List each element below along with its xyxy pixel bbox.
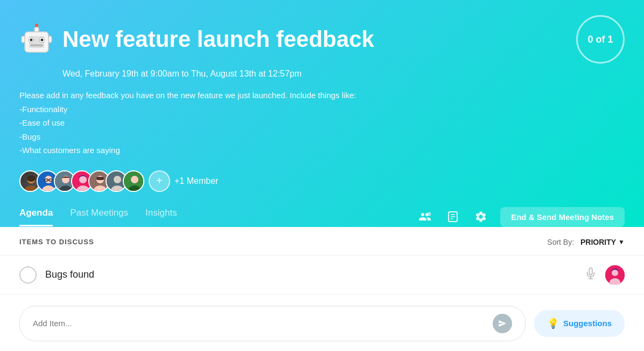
meeting-date: Wed, February 19th at 9:00am to Thu, Aug… <box>62 69 625 79</box>
chevron-down-icon: ▼ <box>618 238 625 246</box>
svg-point-17 <box>45 176 52 183</box>
meeting-header: New feature launch feedback 0 of 1 Wed, … <box>0 0 644 227</box>
svg-rect-6 <box>30 44 43 46</box>
sort-prefix: Sort By: <box>547 238 574 246</box>
sort-value: PRIORITY <box>580 238 616 246</box>
svg-point-13 <box>25 185 38 192</box>
settings-icon <box>474 210 487 223</box>
add-item-input-wrapper <box>19 306 526 341</box>
sort-by-control[interactable]: Sort By: PRIORITY ▼ <box>547 238 625 246</box>
tab-actions: End & Send Meeting Notes <box>416 207 625 227</box>
notes-icon <box>446 210 459 223</box>
svg-point-33 <box>114 176 121 183</box>
suggestions-label: Suggestions <box>563 319 612 328</box>
svg-point-48 <box>612 270 618 276</box>
svg-rect-31 <box>96 177 104 180</box>
svg-rect-11 <box>48 36 52 43</box>
svg-point-5 <box>41 39 44 42</box>
avatars-stack <box>19 170 144 192</box>
main-content: ITEMS TO DISCUSS Sort By: PRIORITY ▼ Bug… <box>0 227 644 352</box>
svg-point-9 <box>35 24 38 27</box>
items-header: ITEMS TO DISCUSS Sort By: PRIORITY ▼ <box>0 227 644 256</box>
desc-line-2: -Functionality <box>19 105 67 114</box>
item-actions-1 <box>585 265 625 285</box>
mic-icon[interactable] <box>585 267 597 282</box>
members-row: + +1 Member <box>19 170 625 192</box>
tabs-row: Agenda Past Meetings Insights <box>19 207 625 227</box>
mic-svg <box>585 267 597 279</box>
agenda-item-1: Bugs found <box>0 256 644 295</box>
svg-point-4 <box>30 39 33 42</box>
tab-agenda[interactable]: Agenda <box>19 208 53 226</box>
tab-past-meetings[interactable]: Past Meetings <box>70 208 128 226</box>
header-top: New feature launch feedback 0 of 1 <box>19 15 625 64</box>
bulb-icon: 💡 <box>547 318 559 329</box>
avatar-7[interactable] <box>123 170 144 192</box>
meeting-title: New feature launch feedback <box>62 27 374 52</box>
add-person-icon <box>418 210 431 223</box>
desc-line-1: Please add in any feedback you have on t… <box>19 91 356 100</box>
title-row: New feature launch feedback <box>19 22 374 57</box>
robot-icon <box>19 22 54 57</box>
settings-button[interactable] <box>472 208 489 225</box>
member-count: +1 Member <box>174 176 218 186</box>
send-icon <box>498 319 507 328</box>
add-person-button[interactable] <box>416 208 433 225</box>
tab-insights[interactable]: Insights <box>145 208 177 226</box>
svg-point-15 <box>27 175 36 182</box>
assignee-avatar-svg <box>605 265 625 285</box>
add-item-row: 💡 Suggestions <box>0 295 644 352</box>
svg-rect-10 <box>22 36 25 43</box>
suggestions-button[interactable]: 💡 Suggestions <box>534 310 625 337</box>
end-meeting-button[interactable]: End & Send Meeting Notes <box>500 207 625 227</box>
svg-point-26 <box>79 176 87 183</box>
desc-line-4: -Bugs <box>19 132 40 141</box>
item-assignee-avatar[interactable] <box>605 265 625 285</box>
send-button[interactable] <box>493 314 512 333</box>
notes-button[interactable] <box>444 208 461 225</box>
add-item-input[interactable] <box>33 319 488 328</box>
items-section-title: ITEMS TO DISCUSS <box>19 238 94 246</box>
svg-point-36 <box>131 176 138 183</box>
meeting-description: Please add in any feedback you have on t… <box>19 88 396 157</box>
progress-circle: 0 of 1 <box>576 15 625 64</box>
item-text-1: Bugs found <box>45 269 576 280</box>
tabs: Agenda Past Meetings Insights <box>19 208 177 226</box>
desc-line-3: -Ease of use <box>19 118 65 127</box>
add-member-button[interactable]: + <box>149 170 170 192</box>
desc-line-5: -What customers are saying <box>19 146 120 155</box>
item-checkbox-1[interactable] <box>19 266 37 284</box>
